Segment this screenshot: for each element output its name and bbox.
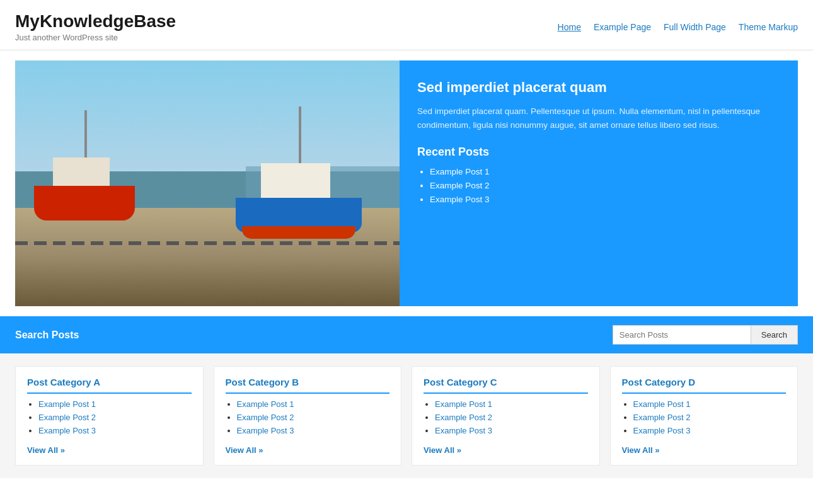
cat-d-post-1-link[interactable]: Example Post 1 [633,399,691,409]
main-nav: Home Example Page Full Width Page Theme … [558,22,798,32]
nav-theme-markup[interactable]: Theme Markup [739,22,798,32]
cat-d-post-2: Example Post 2 [633,412,787,422]
category-c: Post Category C Example Post 1 Example P… [412,366,600,466]
cat-d-post-1: Example Post 1 [633,399,787,409]
category-c-list: Example Post 1 Example Post 2 Example Po… [424,399,588,435]
category-d: Post Category D Example Post 1 Example P… [610,366,799,466]
site-branding: MyKnowledgeBase Just another WordPress s… [15,11,176,42]
search-button[interactable]: Search [751,325,798,345]
search-bar: Search Posts Search [0,316,813,353]
recent-posts-heading: Recent Posts [417,146,780,159]
cat-a-post-2: Example Post 2 [38,412,192,422]
site-title[interactable]: MyKnowledgeBase [15,11,176,32]
hero-title: Sed imperdiet placerat quam [417,79,780,96]
cat-d-post-3: Example Post 3 [633,425,787,435]
hero-image [15,60,400,306]
cat-c-post-2: Example Post 2 [435,412,588,422]
category-a-view-all[interactable]: View All » [27,445,65,455]
nav-home[interactable]: Home [558,22,581,32]
recent-post-3: Example Post 3 [430,194,780,204]
category-d-list: Example Post 1 Example Post 2 Example Po… [622,399,787,435]
cat-c-post-1: Example Post 1 [435,399,588,409]
cat-a-post-3: Example Post 3 [38,425,192,435]
hero-text: Sed imperdiet placerat quam. Pellentesqu… [417,105,780,132]
hero-section: Sed imperdiet placerat quam Sed imperdie… [15,60,798,306]
category-b: Post Category B Example Post 1 Example P… [214,366,402,466]
category-a-title: Post Category A [27,377,192,394]
category-c-title: Post Category C [424,377,588,394]
category-d-view-all[interactable]: View All » [622,445,660,455]
search-form: Search [613,325,798,345]
site-header: MyKnowledgeBase Just another WordPress s… [0,0,813,50]
recent-post-2: Example Post 2 [430,180,780,190]
cat-b-post-1-link[interactable]: Example Post 1 [237,399,294,409]
category-d-title: Post Category D [622,377,787,394]
category-c-view-all[interactable]: View All » [424,445,461,455]
recent-post-1-link[interactable]: Example Post 1 [430,167,490,176]
cat-d-post-2-link[interactable]: Example Post 2 [633,413,691,422]
site-tagline: Just another WordPress site [15,33,176,42]
cat-b-post-3: Example Post 3 [237,425,390,435]
hero-content: Sed imperdiet placerat quam Sed imperdie… [400,60,798,306]
category-a-list: Example Post 1 Example Post 2 Example Po… [27,399,192,435]
nav-full-width[interactable]: Full Width Page [664,22,726,32]
categories-section: Post Category A Example Post 1 Example P… [0,353,813,478]
nav-example-page[interactable]: Example Page [594,22,651,32]
recent-post-2-link[interactable]: Example Post 2 [430,181,490,190]
search-bar-title: Search Posts [15,329,79,341]
recent-posts-list: Example Post 1 Example Post 2 Example Po… [417,166,780,204]
category-b-title: Post Category B [226,377,390,394]
recent-post-3-link[interactable]: Example Post 3 [430,195,490,204]
cat-d-post-3-link[interactable]: Example Post 3 [633,426,691,435]
cat-b-post-2-link[interactable]: Example Post 2 [237,413,294,422]
cat-a-post-1: Example Post 1 [38,399,192,409]
cat-c-post-3: Example Post 3 [435,425,588,435]
category-a: Post Category A Example Post 1 Example P… [15,366,204,466]
cat-a-post-3-link[interactable]: Example Post 3 [38,426,96,435]
cat-b-post-3-link[interactable]: Example Post 3 [237,426,294,435]
cat-c-post-1-link[interactable]: Example Post 1 [435,399,492,409]
cat-a-post-1-link[interactable]: Example Post 1 [38,399,96,409]
category-b-view-all[interactable]: View All » [226,445,263,455]
category-b-list: Example Post 1 Example Post 2 Example Po… [226,399,390,435]
cat-c-post-2-link[interactable]: Example Post 2 [435,413,492,422]
cat-b-post-1: Example Post 1 [237,399,390,409]
cat-b-post-2: Example Post 2 [237,412,390,422]
search-input[interactable] [613,325,751,345]
cat-c-post-3-link[interactable]: Example Post 3 [435,426,492,435]
cat-a-post-2-link[interactable]: Example Post 2 [38,413,96,422]
recent-post-1: Example Post 1 [430,166,780,176]
